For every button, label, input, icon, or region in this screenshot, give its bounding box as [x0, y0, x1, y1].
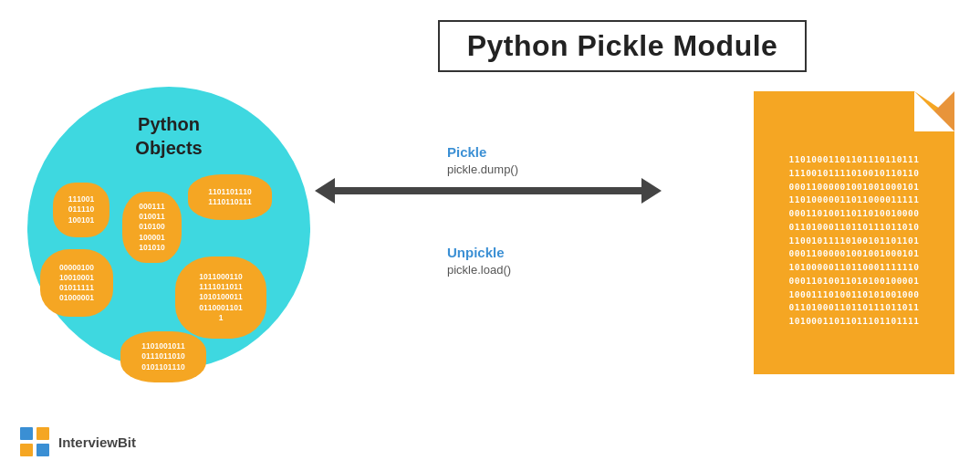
unpickle-sublabel: pickle.load() [447, 263, 511, 277]
arrow-bar [315, 178, 662, 204]
title-box: Python Pickle Module [310, 20, 934, 72]
circle-shape: Python Objects 111001011110100101 000111… [27, 87, 310, 370]
pickle-sublabel: pickle.dump() [447, 162, 518, 176]
binary-line-10: 00011010011010100100001 [788, 275, 919, 288]
logo-text: InterviewBit [58, 434, 136, 450]
interviewbit-logo-icon [18, 425, 51, 458]
binary-line-12: 01101000110110111011011 [788, 301, 919, 315]
file-content: 11010001101101110110111 1110010111101001… [754, 108, 954, 374]
svg-rect-2 [20, 444, 33, 456]
binary-line-9: 10100000110110001111110 [788, 261, 919, 275]
binary-line-3: 00011000001001001000101 [788, 181, 919, 194]
blob-1: 111001011110100101 [53, 183, 109, 237]
binary-line-1: 11010001101101110110111 [788, 153, 919, 167]
binary-line-2: 11100101111010010110110 [788, 167, 919, 181]
binary-line-7: 11001011110100101101101 [788, 235, 919, 248]
double-arrow [315, 178, 662, 204]
binary-line-8: 00011000001001001000101 [788, 247, 919, 261]
arrowhead-right-icon [641, 178, 662, 204]
binary-line-4: 11010000011011000011111 [788, 194, 919, 207]
page-title: Python Pickle Module [438, 20, 808, 72]
arrowhead-left-icon [315, 178, 335, 204]
svg-rect-0 [20, 427, 33, 440]
binary-line-11: 10001110100110101001000 [788, 288, 919, 302]
arrow-shaft [335, 187, 641, 194]
pickle-label: Pickle [447, 144, 486, 160]
svg-rect-3 [36, 444, 49, 456]
binary-line-13: 10100011011011101101111 [788, 315, 919, 329]
blob-6: 110100101101110110100101101110 [120, 331, 206, 382]
logo-area: InterviewBit [18, 425, 136, 458]
blob-2: 000111010011010100100001101010 [122, 192, 182, 263]
binary-line-6: 01101000110110111011010 [788, 221, 919, 235]
blob-3: 11011011101110110111 [188, 174, 272, 220]
blob-4: 00000100100100010101111101000001 [40, 249, 113, 317]
svg-rect-1 [36, 427, 49, 440]
binary-file: 11010001101101110110111 1110010111101001… [754, 91, 954, 374]
python-objects-circle: Python Objects 111001011110100101 000111… [27, 87, 310, 370]
circle-label: Python Objects [135, 112, 202, 160]
blob-5: 1011000110111101101110101000110110001101… [175, 256, 266, 339]
unpickle-label: Unpickle [447, 245, 505, 260]
binary-line-5: 00011010011011010010000 [788, 207, 919, 221]
